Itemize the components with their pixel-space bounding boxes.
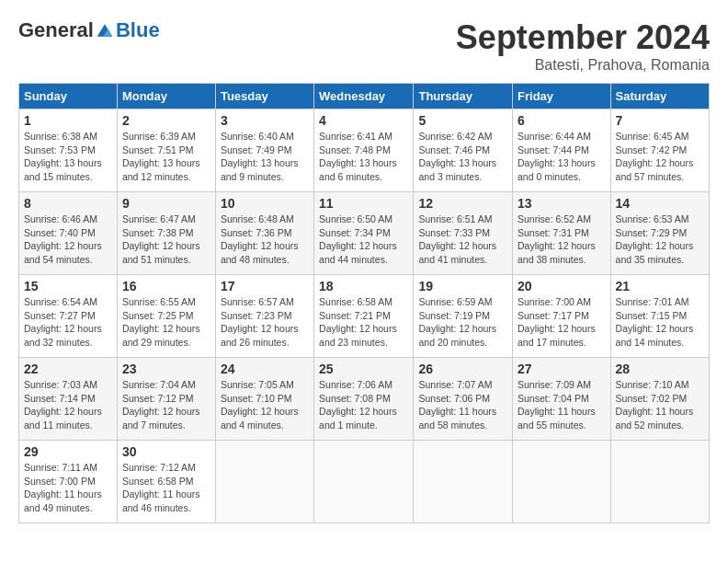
day-number: 20	[518, 279, 606, 293]
calendar-header-row: Sunday Monday Tuesday Wednesday Thursday…	[19, 84, 710, 109]
empty-day-cell	[215, 441, 313, 523]
day-cell: 23 Sunrise: 7:04 AM Sunset: 7:12 PM Dayl…	[117, 358, 215, 441]
day-cell: 18 Sunrise: 6:58 AM Sunset: 7:21 PM Dayl…	[314, 275, 414, 358]
day-number: 15	[24, 279, 112, 293]
month-title: September 2024	[456, 18, 710, 57]
day-number: 21	[616, 279, 704, 293]
day-cell: 6 Sunrise: 6:44 AM Sunset: 7:44 PM Dayli…	[513, 109, 611, 192]
day-number: 2	[122, 113, 210, 128]
day-info: Sunrise: 6:45 AM Sunset: 7:42 PM Dayligh…	[616, 130, 704, 184]
day-info: Sunrise: 6:44 AM Sunset: 7:44 PM Dayligh…	[518, 130, 606, 184]
day-number: 7	[616, 113, 704, 128]
day-info: Sunrise: 6:46 AM Sunset: 7:40 PM Dayligh…	[24, 213, 112, 267]
day-cell: 15 Sunrise: 6:54 AM Sunset: 7:27 PM Dayl…	[19, 275, 118, 358]
day-cell: 22 Sunrise: 7:03 AM Sunset: 7:14 PM Dayl…	[19, 358, 118, 441]
logo-general: General	[18, 18, 94, 42]
day-info: Sunrise: 6:55 AM Sunset: 7:25 PM Dayligh…	[122, 295, 210, 350]
day-number: 11	[319, 196, 408, 211]
empty-day-cell	[610, 441, 709, 523]
day-info: Sunrise: 7:04 AM Sunset: 7:12 PM Dayligh…	[122, 378, 210, 432]
day-number: 9	[122, 196, 210, 211]
empty-day-cell	[414, 441, 513, 523]
day-info: Sunrise: 7:07 AM Sunset: 7:06 PM Dayligh…	[418, 378, 507, 432]
day-info: Sunrise: 7:10 AM Sunset: 7:02 PM Dayligh…	[616, 378, 704, 432]
location-title: Batesti, Prahova, Romania	[456, 57, 710, 74]
day-cell: 17 Sunrise: 6:57 AM Sunset: 7:23 PM Dayl…	[215, 275, 313, 358]
day-cell: 13 Sunrise: 6:52 AM Sunset: 7:31 PM Dayl…	[513, 192, 611, 275]
day-info: Sunrise: 6:39 AM Sunset: 7:51 PM Dayligh…	[122, 130, 210, 184]
day-number: 6	[518, 113, 606, 128]
day-cell: 2 Sunrise: 6:39 AM Sunset: 7:51 PM Dayli…	[117, 109, 215, 192]
day-number: 19	[418, 279, 507, 293]
day-number: 18	[319, 279, 408, 293]
col-sunday: Sunday	[19, 84, 118, 109]
day-number: 3	[221, 113, 309, 128]
day-info: Sunrise: 7:09 AM Sunset: 7:04 PM Dayligh…	[518, 378, 606, 432]
day-info: Sunrise: 6:57 AM Sunset: 7:23 PM Dayligh…	[221, 295, 309, 350]
day-cell: 25 Sunrise: 7:06 AM Sunset: 7:08 PM Dayl…	[314, 358, 414, 441]
day-info: Sunrise: 7:06 AM Sunset: 7:08 PM Dayligh…	[319, 378, 408, 432]
day-number: 1	[24, 113, 112, 128]
col-thursday: Thursday	[414, 84, 513, 109]
col-monday: Monday	[117, 84, 215, 109]
logo-icon	[96, 21, 114, 40]
day-number: 13	[518, 196, 606, 211]
day-number: 26	[418, 362, 507, 376]
day-info: Sunrise: 7:00 AM Sunset: 7:17 PM Dayligh…	[518, 295, 606, 350]
calendar-week-row: 15 Sunrise: 6:54 AM Sunset: 7:27 PM Dayl…	[19, 275, 710, 358]
day-number: 23	[122, 362, 210, 376]
day-number: 28	[616, 362, 704, 376]
day-cell: 26 Sunrise: 7:07 AM Sunset: 7:06 PM Dayl…	[414, 358, 513, 441]
day-cell: 5 Sunrise: 6:42 AM Sunset: 7:46 PM Dayli…	[414, 109, 513, 192]
day-cell: 28 Sunrise: 7:10 AM Sunset: 7:02 PM Dayl…	[610, 358, 709, 441]
day-info: Sunrise: 7:03 AM Sunset: 7:14 PM Dayligh…	[24, 378, 112, 432]
day-number: 16	[122, 279, 210, 293]
day-info: Sunrise: 6:41 AM Sunset: 7:48 PM Dayligh…	[319, 130, 408, 184]
day-info: Sunrise: 6:59 AM Sunset: 7:19 PM Dayligh…	[418, 295, 507, 350]
title-block: September 2024 Batesti, Prahova, Romania	[456, 18, 710, 74]
day-info: Sunrise: 6:50 AM Sunset: 7:34 PM Dayligh…	[319, 213, 408, 267]
day-number: 25	[319, 362, 408, 376]
calendar-table: Sunday Monday Tuesday Wednesday Thursday…	[18, 83, 710, 523]
day-cell: 9 Sunrise: 6:47 AM Sunset: 7:38 PM Dayli…	[117, 192, 215, 275]
day-number: 10	[221, 196, 309, 211]
calendar-week-row: 8 Sunrise: 6:46 AM Sunset: 7:40 PM Dayli…	[19, 192, 710, 275]
day-cell: 29 Sunrise: 7:11 AM Sunset: 7:00 PM Dayl…	[19, 441, 118, 523]
day-number: 12	[418, 196, 507, 211]
day-cell: 30 Sunrise: 7:12 AM Sunset: 6:58 PM Dayl…	[117, 441, 215, 523]
day-number: 27	[518, 362, 606, 376]
day-info: Sunrise: 7:05 AM Sunset: 7:10 PM Dayligh…	[221, 378, 309, 432]
day-cell: 19 Sunrise: 6:59 AM Sunset: 7:19 PM Dayl…	[414, 275, 513, 358]
day-cell: 20 Sunrise: 7:00 AM Sunset: 7:17 PM Dayl…	[513, 275, 611, 358]
day-cell: 24 Sunrise: 7:05 AM Sunset: 7:10 PM Dayl…	[215, 358, 313, 441]
empty-day-cell	[513, 441, 611, 523]
day-info: Sunrise: 7:11 AM Sunset: 7:00 PM Dayligh…	[24, 461, 112, 515]
day-info: Sunrise: 6:51 AM Sunset: 7:33 PM Dayligh…	[418, 213, 507, 267]
day-number: 22	[24, 362, 112, 376]
page-header: General Blue September 2024 Batesti, Pra…	[18, 18, 710, 74]
col-wednesday: Wednesday	[314, 84, 414, 109]
col-friday: Friday	[513, 84, 611, 109]
calendar-week-row: 1 Sunrise: 6:38 AM Sunset: 7:53 PM Dayli…	[19, 109, 710, 192]
day-cell: 4 Sunrise: 6:41 AM Sunset: 7:48 PM Dayli…	[314, 109, 414, 192]
calendar-week-row: 29 Sunrise: 7:11 AM Sunset: 7:00 PM Dayl…	[19, 441, 710, 523]
day-info: Sunrise: 6:48 AM Sunset: 7:36 PM Dayligh…	[221, 213, 309, 267]
day-info: Sunrise: 6:42 AM Sunset: 7:46 PM Dayligh…	[418, 130, 507, 184]
col-saturday: Saturday	[610, 84, 709, 109]
empty-day-cell	[314, 441, 414, 523]
day-info: Sunrise: 7:01 AM Sunset: 7:15 PM Dayligh…	[616, 295, 704, 350]
day-number: 4	[319, 113, 408, 128]
day-cell: 1 Sunrise: 6:38 AM Sunset: 7:53 PM Dayli…	[19, 109, 118, 192]
day-number: 14	[616, 196, 704, 211]
day-info: Sunrise: 6:40 AM Sunset: 7:49 PM Dayligh…	[221, 130, 309, 184]
day-info: Sunrise: 7:12 AM Sunset: 6:58 PM Dayligh…	[122, 461, 210, 515]
day-cell: 16 Sunrise: 6:55 AM Sunset: 7:25 PM Dayl…	[117, 275, 215, 358]
day-cell: 7 Sunrise: 6:45 AM Sunset: 7:42 PM Dayli…	[610, 109, 709, 192]
calendar-week-row: 22 Sunrise: 7:03 AM Sunset: 7:14 PM Dayl…	[19, 358, 710, 441]
day-cell: 27 Sunrise: 7:09 AM Sunset: 7:04 PM Dayl…	[513, 358, 611, 441]
logo: General Blue	[18, 18, 160, 42]
day-number: 5	[418, 113, 507, 128]
day-cell: 11 Sunrise: 6:50 AM Sunset: 7:34 PM Dayl…	[314, 192, 414, 275]
day-cell: 8 Sunrise: 6:46 AM Sunset: 7:40 PM Dayli…	[19, 192, 118, 275]
day-number: 24	[221, 362, 309, 376]
